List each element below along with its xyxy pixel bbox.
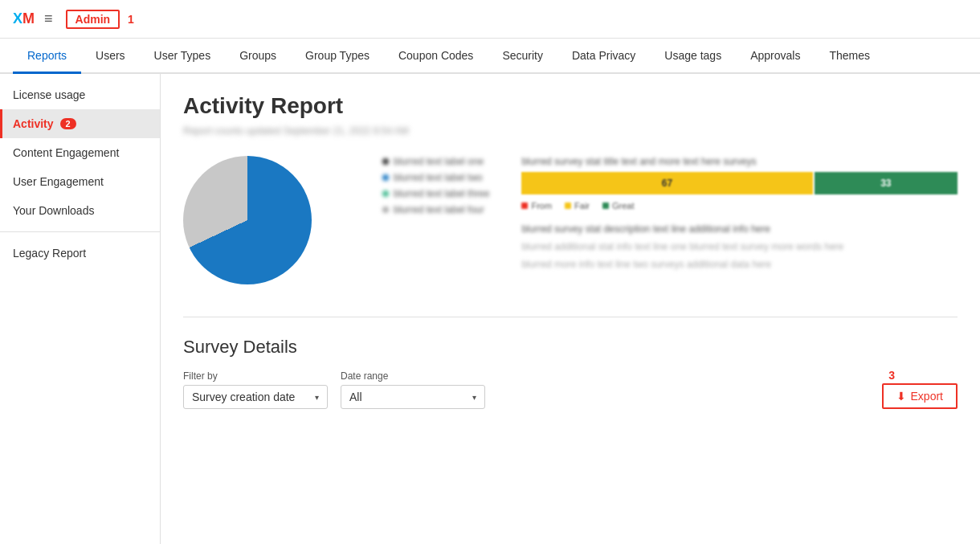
export-icon: ⬇: [896, 390, 906, 403]
sidebar-item-user-engagement[interactable]: User Engagement: [0, 167, 160, 196]
bar-legend-dot-from: [521, 202, 528, 209]
progress-bar-yellow: 67: [521, 172, 812, 194]
sidebar-item-activity[interactable]: Activity 2: [0, 109, 160, 138]
filter-by-group: Filter by Survey creation date ▾: [183, 370, 328, 409]
bar-legend-great: Great: [602, 201, 635, 211]
xm-logo[interactable]: XM: [13, 10, 35, 27]
filter-and-export: Filter by Survey creation date ▾ Date ra…: [183, 370, 958, 409]
bar-legend-from: From: [521, 201, 552, 211]
hamburger-icon[interactable]: ≡: [44, 10, 53, 27]
export-area: 3 ⬇ Export: [882, 383, 958, 409]
logo-m: M: [22, 10, 35, 27]
notification-count: 1: [128, 13, 134, 26]
tab-users[interactable]: Users: [81, 39, 140, 74]
tab-security[interactable]: Security: [488, 39, 557, 74]
pie-chart-container: [183, 156, 344, 291]
nav-tabs: Reports Users User Types Groups Group Ty…: [0, 39, 980, 74]
survey-details-title: Survey Details: [183, 337, 958, 358]
logo-x: X: [13, 10, 22, 27]
bar-legend-fair: Fair: [565, 201, 590, 211]
stat-text-2: blurred additional stat info text line o…: [521, 241, 958, 252]
legend-dot-3: [382, 190, 389, 197]
tab-usage-tags[interactable]: Usage tags: [650, 39, 736, 74]
tab-data-privacy[interactable]: Data Privacy: [557, 39, 650, 74]
filter-by-select[interactable]: Survey creation date ▾: [183, 385, 328, 409]
tab-group-types[interactable]: Group Types: [291, 39, 384, 74]
filter-by-chevron-icon: ▾: [315, 393, 319, 402]
top-header: XM ≡ Admin 1: [0, 0, 980, 39]
sidebar: License usage Activity 2 Content Engagem…: [0, 74, 161, 544]
last-updated-text: Report counts updated September 21, 2022…: [183, 125, 958, 137]
legend-item-1: blurred text label one: [382, 156, 489, 167]
sidebar-item-content-engagement[interactable]: Content Engagement: [0, 138, 160, 167]
page-title: Activity Report: [183, 93, 958, 119]
date-range-label: Date range: [341, 370, 485, 382]
sidebar-item-your-downloads[interactable]: Your Downloads: [0, 196, 160, 225]
legend-dot-4: [382, 207, 389, 213]
section-divider: [183, 317, 958, 317]
legend-label-4: blurred text label four: [394, 204, 484, 215]
sidebar-activity-label: Activity: [13, 117, 54, 130]
tab-reports[interactable]: Reports: [13, 39, 81, 74]
main-layout: License usage Activity 2 Content Engagem…: [0, 74, 980, 544]
bar-legend-dot-great: [602, 202, 609, 209]
tab-coupon-codes[interactable]: Coupon Codes: [384, 39, 488, 74]
export-number: 3: [888, 369, 895, 382]
bar-legend-dot-fair: [565, 202, 571, 209]
stat-text-1: blurred survey stat description text lin…: [521, 223, 958, 235]
legend-label-2: blurred text label two: [394, 172, 483, 183]
sidebar-item-license-usage[interactable]: License usage: [0, 80, 160, 109]
legend-item-3: blurred text label three: [382, 188, 489, 199]
sidebar-divider: [0, 231, 160, 232]
export-button[interactable]: ⬇ Export: [882, 383, 958, 409]
legend-dot-2: [382, 174, 389, 181]
content-area: Activity Report Report counts updated Se…: [161, 74, 980, 544]
progress-bar-container: 67 33: [521, 172, 958, 194]
bar-legend-label-great: Great: [612, 201, 635, 211]
legend-dot-1: [382, 158, 389, 165]
bar-legend-label-fair: Fair: [574, 201, 590, 211]
stat-title: blurred survey stat title text and more …: [521, 156, 958, 167]
stat-text-3: blurred more info text line two surveys …: [521, 259, 958, 270]
chart-legend: blurred text label one blurred text labe…: [382, 156, 489, 291]
legend-item-4: blurred text label four: [382, 204, 489, 215]
progress-bar-green: 33: [815, 172, 958, 194]
legend-item-2: blurred text label two: [382, 172, 489, 183]
tab-themes[interactable]: Themes: [815, 39, 884, 74]
date-range-value: All: [349, 391, 362, 403]
tab-groups[interactable]: Groups: [225, 39, 291, 74]
filter-by-label: Filter by: [183, 370, 328, 382]
date-range-select[interactable]: All ▾: [341, 385, 485, 409]
sidebar-item-legacy-report[interactable]: Legacy Report: [0, 239, 160, 268]
admin-badge[interactable]: Admin: [66, 10, 120, 29]
report-section: blurred text label one blurred text labe…: [183, 156, 958, 291]
tab-approvals[interactable]: Approvals: [736, 39, 815, 74]
date-range-group: Date range All ▾: [341, 370, 485, 409]
stats-section: blurred survey stat title text and more …: [521, 156, 958, 291]
bar-legend: From Fair Great: [521, 201, 958, 211]
bar-legend-label-from: From: [531, 201, 552, 211]
tab-user-types[interactable]: User Types: [140, 39, 226, 74]
sidebar-activity-badge: 2: [60, 118, 76, 129]
pie-chart: [183, 156, 312, 284]
legend-label-3: blurred text label three: [394, 188, 489, 199]
date-range-chevron-icon: ▾: [472, 393, 476, 402]
filter-by-value: Survey creation date: [192, 391, 295, 403]
filter-row: Filter by Survey creation date ▾ Date ra…: [183, 370, 485, 409]
legend-label-1: blurred text label one: [394, 156, 484, 167]
export-label: Export: [911, 390, 943, 403]
